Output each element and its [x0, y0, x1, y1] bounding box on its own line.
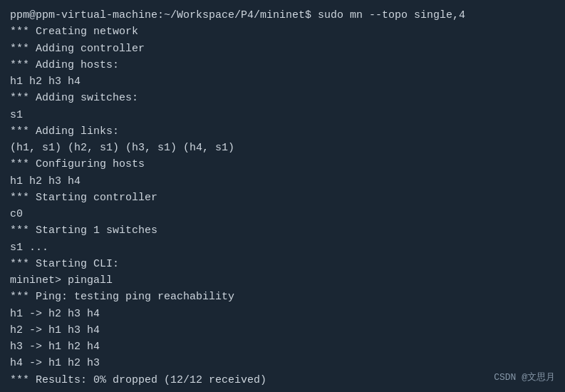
terminal-output: ppm@ppm-virtual-machine:~/Workspace/P4/m… — [10, 7, 555, 388]
watermark: CSDN @文思月 — [494, 371, 555, 383]
terminal-line: *** Starting CLI: — [10, 256, 555, 272]
terminal-line: c0 — [10, 206, 555, 222]
terminal-line: *** Adding controller — [10, 41, 555, 57]
terminal-line: ppm@ppm-virtual-machine:~/Workspace/P4/m… — [10, 7, 555, 24]
terminal-line: h3 -> h1 h2 h4 — [10, 339, 555, 355]
terminal-line: mininet> pingall — [10, 272, 555, 289]
terminal-line: *** Adding switches: — [10, 90, 555, 106]
terminal-line: h1 -> h2 h3 h4 — [10, 306, 555, 322]
terminal-line: *** Results: 0% dropped (12/12 received) — [10, 372, 555, 388]
terminal-line: h1 h2 h3 h4 — [10, 73, 555, 90]
terminal-line: *** Adding hosts: — [10, 57, 555, 73]
terminal-line: *** Creating network — [10, 24, 555, 40]
terminal-line: s1 — [10, 107, 555, 123]
terminal-line: *** Starting 1 switches — [10, 222, 555, 239]
terminal-line: *** Adding links: — [10, 123, 555, 140]
terminal-line: *** Configuring hosts — [10, 156, 555, 172]
terminal-line: s1 ... — [10, 239, 555, 256]
terminal-line: *** Starting controller — [10, 190, 555, 206]
terminal-window: ppm@ppm-virtual-machine:~/Workspace/P4/m… — [0, 0, 565, 392]
terminal-line: h2 -> h1 h3 h4 — [10, 322, 555, 339]
terminal-line: h4 -> h1 h2 h3 — [10, 355, 555, 371]
terminal-line: h1 h2 h3 h4 — [10, 173, 555, 190]
terminal-line: *** Ping: testing ping reachability — [10, 289, 555, 305]
terminal-line: (h1, s1) (h2, s1) (h3, s1) (h4, s1) — [10, 140, 555, 156]
